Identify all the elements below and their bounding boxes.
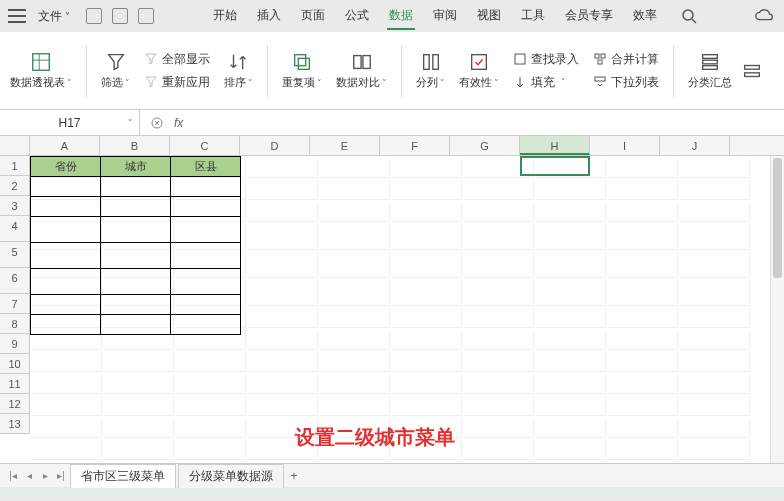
- table-header-cell[interactable]: 城市: [101, 157, 171, 177]
- table-cell[interactable]: [101, 243, 171, 269]
- table-cell[interactable]: [101, 295, 171, 315]
- table-header-cell[interactable]: 区县: [171, 157, 241, 177]
- hamburger-menu[interactable]: [8, 9, 26, 23]
- table-cell[interactable]: [31, 197, 101, 217]
- table-cell[interactable]: [31, 177, 101, 197]
- table-cell[interactable]: [101, 177, 171, 197]
- dropdown-list-button[interactable]: 下拉列表: [593, 74, 659, 91]
- table-cell[interactable]: [171, 217, 241, 243]
- qat-save-icon[interactable]: [86, 8, 102, 24]
- column-header[interactable]: G: [450, 136, 520, 155]
- row-header[interactable]: 10: [0, 354, 29, 374]
- fill-button[interactable]: 填充˅: [513, 74, 579, 91]
- table-cell[interactable]: [171, 269, 241, 295]
- ribbon-tab-8[interactable]: 会员专享: [563, 3, 615, 30]
- compare-button[interactable]: 数据对比: [336, 51, 387, 90]
- sheet-nav-prev[interactable]: ◂: [22, 470, 36, 481]
- row-header[interactable]: 1: [0, 156, 29, 176]
- ribbon-tab-4[interactable]: 数据: [387, 3, 415, 30]
- svg-rect-21: [745, 72, 760, 76]
- column-header[interactable]: J: [660, 136, 730, 155]
- duplicates-button[interactable]: 重复项: [282, 51, 322, 90]
- table-cell[interactable]: [101, 217, 171, 243]
- row-header[interactable]: 2: [0, 176, 29, 196]
- file-menu[interactable]: 文件: [32, 6, 76, 27]
- table-cell[interactable]: [31, 315, 101, 335]
- chevron-down-icon[interactable]: ˅: [128, 118, 133, 128]
- sheet-nav-last[interactable]: ▸|: [54, 470, 68, 481]
- row-header[interactable]: 12: [0, 394, 29, 414]
- ribbon-tab-7[interactable]: 工具: [519, 3, 547, 30]
- pivot-table-button[interactable]: 数据透视表: [10, 51, 72, 90]
- table-cell[interactable]: [171, 315, 241, 335]
- sheet-nav-first[interactable]: |◂: [6, 470, 20, 481]
- validation-button[interactable]: 有效性: [459, 51, 499, 90]
- column-header[interactable]: C: [170, 136, 240, 155]
- table-cell[interactable]: [31, 243, 101, 269]
- row-header[interactable]: 13: [0, 414, 29, 434]
- row-header[interactable]: 3: [0, 196, 29, 216]
- search-icon[interactable]: [681, 8, 697, 24]
- table-cell[interactable]: [31, 217, 101, 243]
- sheet-nav-next[interactable]: ▸: [38, 470, 52, 481]
- svg-rect-2: [33, 54, 50, 71]
- ribbon-tab-9[interactable]: 效率: [631, 3, 659, 30]
- svg-rect-6: [298, 58, 309, 69]
- table-header-cell[interactable]: 省份: [31, 157, 101, 177]
- vertical-scrollbar[interactable]: [770, 156, 784, 463]
- sort-button[interactable]: 排序: [224, 51, 253, 90]
- column-header[interactable]: H: [520, 136, 590, 155]
- find-entry-button[interactable]: 查找录入: [513, 51, 579, 68]
- select-all-corner[interactable]: [0, 136, 30, 155]
- cancel-icon[interactable]: [150, 116, 164, 130]
- row-header[interactable]: 7: [0, 294, 29, 314]
- filter-button[interactable]: 筛选: [101, 51, 130, 90]
- row-header[interactable]: 5: [0, 242, 29, 268]
- table-cell[interactable]: [101, 315, 171, 335]
- column-header[interactable]: A: [30, 136, 100, 155]
- table-cell[interactable]: [171, 177, 241, 197]
- fx-label[interactable]: fx: [174, 116, 183, 130]
- column-header[interactable]: F: [380, 136, 450, 155]
- column-header[interactable]: I: [590, 136, 660, 155]
- split-label: 分列: [416, 75, 445, 90]
- row-header[interactable]: 6: [0, 268, 29, 294]
- ribbon-tab-6[interactable]: 视图: [475, 3, 503, 30]
- row-header[interactable]: 4: [0, 216, 29, 242]
- column-header[interactable]: B: [100, 136, 170, 155]
- ribbon-tab-0[interactable]: 开始: [211, 3, 239, 30]
- ribbon-tab-2[interactable]: 页面: [299, 3, 327, 30]
- add-sheet-button[interactable]: +: [286, 469, 302, 483]
- ribbon-tab-1[interactable]: 插入: [255, 3, 283, 30]
- table-cell[interactable]: [171, 197, 241, 217]
- row-header[interactable]: 11: [0, 374, 29, 394]
- row-header[interactable]: 8: [0, 314, 29, 334]
- column-header[interactable]: E: [310, 136, 380, 155]
- table-cell[interactable]: [171, 295, 241, 315]
- consolidate-button[interactable]: 合并计算: [593, 51, 659, 68]
- table-cell[interactable]: [31, 295, 101, 315]
- ribbon-tab-5[interactable]: 审阅: [431, 3, 459, 30]
- table-cell[interactable]: [171, 243, 241, 269]
- more-button[interactable]: [740, 60, 764, 82]
- duplicates-label: 重复项: [282, 75, 322, 90]
- name-box[interactable]: H17 ˅: [0, 110, 140, 135]
- svg-rect-14: [601, 54, 605, 58]
- table-cell[interactable]: [31, 269, 101, 295]
- text-to-columns-button[interactable]: 分列: [416, 51, 445, 90]
- ribbon-tab-3[interactable]: 公式: [343, 3, 371, 30]
- subtotal-button[interactable]: 分类汇总: [688, 51, 732, 90]
- scrollbar-thumb[interactable]: [773, 158, 782, 278]
- qat-preview-icon[interactable]: [112, 8, 128, 24]
- pivot-icon: [29, 51, 53, 73]
- cells-area[interactable]: 省份城市区县 设置二级城市菜单: [30, 156, 784, 434]
- cloud-icon[interactable]: [754, 5, 776, 27]
- sheet-tab-active[interactable]: 省市区三级菜单: [70, 464, 176, 488]
- row-header[interactable]: 9: [0, 334, 29, 354]
- column-header[interactable]: D: [240, 136, 310, 155]
- data-table: 省份城市区县: [30, 156, 241, 335]
- table-cell[interactable]: [101, 197, 171, 217]
- qat-print-icon[interactable]: [138, 8, 154, 24]
- table-cell[interactable]: [101, 269, 171, 295]
- sheet-tab-other[interactable]: 分级菜单数据源: [178, 464, 284, 488]
